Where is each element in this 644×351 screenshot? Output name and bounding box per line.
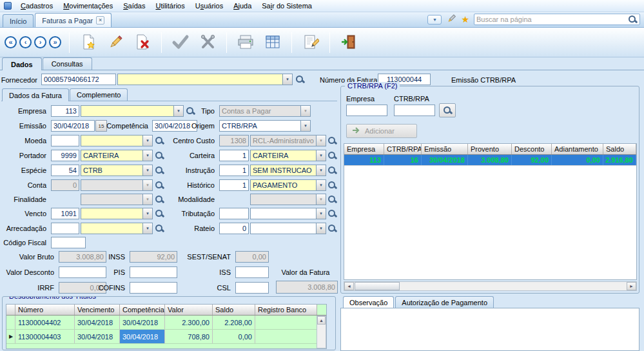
favorites-star-icon[interactable]: ★	[461, 15, 469, 24]
grid-column-header[interactable]: Número	[15, 305, 75, 315]
chevron-down-icon[interactable]: ▼	[142, 135, 152, 146]
ctrb-search-button[interactable]	[439, 103, 456, 117]
nav-next-icon[interactable]: ›	[34, 36, 46, 48]
chevron-down-icon[interactable]: ▼	[427, 15, 442, 25]
search-input[interactable]	[476, 15, 628, 23]
historico-search-icon[interactable]	[327, 181, 337, 190]
grid-cell[interactable]: 16	[384, 155, 422, 165]
grid-cell[interactable]: 30/04/2018	[120, 316, 165, 329]
modalidade-search-icon[interactable]	[327, 195, 337, 205]
observacao-textarea[interactable]	[340, 308, 639, 351]
scrollbar-thumb[interactable]	[355, 282, 400, 290]
exit-button[interactable]	[335, 30, 362, 55]
confirm-button[interactable]	[167, 30, 194, 55]
grid-column-header[interactable]: CTRB/RPA	[384, 144, 422, 154]
tools-button[interactable]	[194, 30, 221, 55]
menu-item-2[interactable]: Saídas	[118, 0, 150, 12]
menu-item-0[interactable]: Cadastros	[15, 0, 58, 12]
chevron-down-icon[interactable]: ▼	[316, 208, 326, 219]
tab-complemento[interactable]: Complemento	[70, 88, 128, 101]
scroll-right-icon[interactable]: ►	[627, 282, 636, 290]
emissao-input[interactable]: 30/04/2018	[51, 120, 95, 132]
close-icon[interactable]: ×	[96, 16, 104, 25]
vencto-combo[interactable]: ▼	[81, 208, 153, 219]
ctrb-empresa-input[interactable]	[346, 105, 387, 116]
rateio-code-input[interactable]: 0	[219, 223, 249, 234]
grid-cell[interactable]: 30/04/2018	[120, 330, 165, 343]
nav-first-icon[interactable]: «	[5, 36, 17, 48]
menu-item-6[interactable]: Sair do Sistema	[257, 0, 317, 12]
grid-column-header[interactable]: Saldo	[213, 305, 255, 315]
grid-view-button[interactable]	[259, 30, 286, 55]
nav-last-icon[interactable]: »	[49, 36, 61, 48]
highlight-pen-icon[interactable]	[446, 14, 456, 25]
grid-column-header[interactable]: Valor	[165, 305, 213, 315]
menu-item-4[interactable]: Usuários	[190, 0, 228, 12]
grid-row[interactable]: 1131630/04/20183.008,8092,000,002.916,80	[344, 155, 636, 166]
tab-dados[interactable]: Dados	[2, 57, 42, 70]
tab-observacao[interactable]: Observação	[343, 296, 394, 308]
chevron-down-icon[interactable]: ▼	[142, 165, 152, 176]
edit-document-button[interactable]	[297, 30, 324, 55]
instrucao-combo[interactable]: SEM INSTRUCAO▼	[250, 165, 326, 176]
tributacao-code-input[interactable]	[219, 208, 249, 219]
rateio-combo[interactable]: ▼	[250, 223, 326, 234]
instrucao-code-input[interactable]: 1	[219, 165, 249, 176]
grid-column-header[interactable]: Competência	[120, 305, 165, 315]
iss-input[interactable]	[235, 266, 269, 278]
arrecadacao-combo[interactable]: ▼	[81, 223, 153, 234]
grid-cell[interactable]: 11300004403	[15, 330, 75, 343]
grid-column-header[interactable]: Vencimento	[75, 305, 120, 315]
especie-code-input[interactable]: 54	[51, 165, 79, 176]
grid-cell[interactable]: 708,80	[165, 330, 213, 343]
grid-cell[interactable]: 11300004402	[15, 316, 75, 329]
grid-cell[interactable]	[255, 330, 317, 343]
chevron-down-icon[interactable]: ▼	[316, 180, 326, 190]
delete-record-button[interactable]	[129, 30, 156, 55]
grid-cell[interactable]: 92,00	[512, 155, 552, 165]
centro-custo-search-icon[interactable]	[327, 136, 337, 146]
calendar-button[interactable]: 15	[95, 120, 107, 132]
grid-column-header[interactable]: Adiantamento	[552, 144, 603, 154]
ctrb-grid-hscrollbar[interactable]: ◄ ►	[344, 281, 637, 291]
especie-combo[interactable]: CTRB▼	[81, 165, 153, 176]
chevron-down-icon[interactable]: ▼	[142, 208, 152, 219]
grid-cell[interactable]: 2.300,00	[165, 316, 213, 329]
historico-combo[interactable]: PAGAMENTO▼	[250, 179, 326, 191]
grid-cell[interactable]: 0,00	[213, 330, 255, 343]
rateio-search-icon[interactable]	[327, 224, 337, 234]
carteira-search-icon[interactable]	[327, 151, 337, 161]
tributacao-combo[interactable]: ▼	[250, 208, 326, 219]
grid-cell[interactable]: 30/04/2018	[75, 316, 120, 329]
grid-cell[interactable]: 3.008,80	[468, 155, 512, 165]
grid-column-header[interactable]: Empresa	[344, 144, 384, 154]
moeda-code-input[interactable]	[51, 135, 79, 146]
pis-input[interactable]	[130, 266, 177, 278]
menu-item-5[interactable]: Ajuda	[228, 0, 257, 12]
tab-inicio[interactable]: Início	[3, 14, 34, 27]
grid-column-header[interactable]: Registro Banco	[255, 305, 317, 315]
chevron-down-icon[interactable]: ▼	[316, 150, 326, 161]
chevron-down-icon[interactable]: ▼	[316, 165, 326, 176]
ctrb-ctrbrpa-input[interactable]	[394, 105, 435, 116]
grid-column-header[interactable]: Provento	[468, 144, 512, 154]
arrecadacao-code-input[interactable]	[51, 223, 79, 234]
fornecedor-combo[interactable]: ▼	[117, 74, 293, 85]
chevron-down-icon[interactable]: ▼	[142, 150, 152, 161]
empresa-code-input[interactable]: 113	[51, 105, 79, 117]
grid-column-header[interactable]: Emissão	[422, 144, 468, 154]
tab-consultas[interactable]: Consultas	[43, 57, 92, 70]
grid-cell[interactable]: 2.208,00	[213, 316, 255, 329]
grid-cell[interactable]: 2.916,80	[603, 155, 636, 165]
edit-record-button[interactable]	[102, 30, 129, 55]
grid-row[interactable]: ▶1130000440330/04/201830/04/2018708,800,…	[6, 330, 326, 344]
carteira-combo[interactable]: CARTEIRA▼	[250, 150, 326, 161]
tab-autorizacao-pagamento[interactable]: Autorização de Pagamento	[395, 296, 494, 308]
cofins-input[interactable]	[130, 282, 177, 294]
instrucao-search-icon[interactable]	[327, 166, 337, 176]
chevron-down-icon[interactable]: ▼	[316, 223, 326, 234]
new-record-button[interactable]	[75, 30, 102, 55]
scroll-left-icon[interactable]: ◄	[344, 282, 354, 290]
portador-code-input[interactable]: 9999	[51, 150, 79, 161]
adicionar-button[interactable]: Adicionar	[346, 124, 417, 138]
